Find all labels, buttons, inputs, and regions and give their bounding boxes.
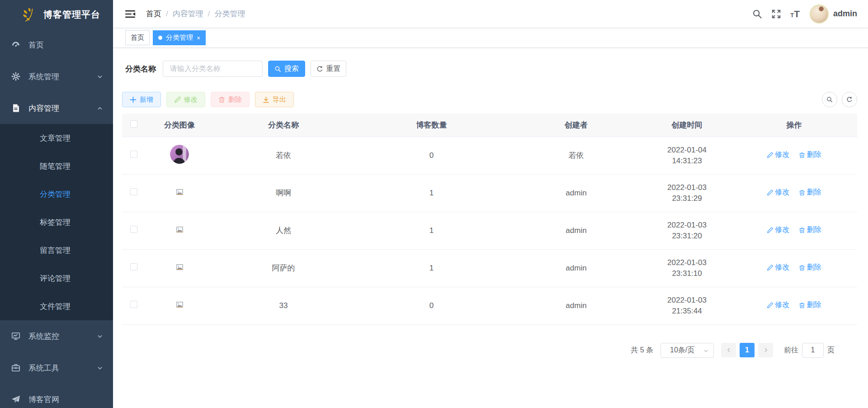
sidebar-item-label: 系统管理 (28, 71, 59, 82)
breadcrumb-home[interactable]: 首页 (146, 9, 161, 19)
sidebar-item-message-management[interactable]: 留言管理 (0, 236, 113, 264)
created-time: 21:35:44 (643, 306, 731, 317)
category-name: 人然 (213, 212, 354, 249)
page-unit-label: 页 (827, 346, 835, 355)
document-icon (11, 104, 20, 113)
column-header-image: 分类图像 (146, 114, 213, 137)
add-button-label: 新增 (140, 95, 153, 104)
column-header-actions: 操作 (731, 114, 857, 137)
sidebar-item-tag-management[interactable]: 标签管理 (0, 208, 113, 236)
search-form: 分类名称 搜索 重置 (122, 61, 857, 77)
sidebar-item-system-monitor[interactable]: 系统监控 (0, 320, 113, 352)
row-delete-link[interactable]: 删除 (799, 225, 821, 235)
sidebar-item-label: 系统监控 (28, 331, 59, 342)
row-edit-link[interactable]: 修改 (767, 225, 789, 235)
goto-page-input[interactable] (802, 343, 824, 358)
delete-link-label: 删除 (807, 263, 821, 272)
logo[interactable]: 博客管理平台 (0, 0, 113, 29)
sidebar-fold-icon[interactable] (124, 8, 136, 20)
gear-icon (11, 72, 20, 81)
created-date: 2022-01-04 (643, 145, 731, 156)
reset-button[interactable]: 重置 (311, 61, 346, 77)
sidebar-item-home[interactable]: 首页 (0, 29, 113, 61)
row-delete-link[interactable]: 删除 (799, 300, 821, 310)
sidebar-item-label: 评论管理 (40, 273, 71, 284)
select-all-checkbox[interactable] (130, 120, 137, 128)
sidebar-item-comment-management[interactable]: 评论管理 (0, 264, 113, 292)
sidebar-item-content-management[interactable]: 内容管理 (0, 92, 113, 124)
broken-image-icon (176, 301, 184, 308)
prev-page-button[interactable] (721, 343, 736, 357)
next-page-button[interactable] (758, 343, 773, 357)
trash-icon (799, 302, 805, 308)
trash-icon (799, 265, 805, 271)
page-number-1[interactable]: 1 (740, 343, 755, 357)
refresh-table-button[interactable] (842, 92, 857, 107)
edit-link-label: 修改 (775, 263, 789, 272)
close-icon[interactable]: × (197, 35, 200, 41)
search-icon[interactable] (752, 9, 762, 19)
sidebar-item-article-management[interactable]: 文章管理 (0, 124, 113, 152)
tag-category-management[interactable]: 分类管理 × (153, 30, 206, 45)
row-checkbox[interactable] (130, 226, 137, 233)
created-date: 2022-01-03 (643, 182, 731, 193)
creator: admin (509, 174, 643, 212)
user-avatar[interactable] (810, 5, 829, 24)
fullscreen-icon[interactable] (771, 9, 781, 19)
sidebar-item-label: 随笔管理 (40, 161, 71, 171)
tag-home[interactable]: 首页 (125, 30, 150, 45)
search-icon (274, 66, 281, 72)
username-label[interactable]: admin (833, 9, 857, 19)
created-time: 23:31:29 (643, 193, 731, 204)
delete-button[interactable]: 删除 (211, 92, 250, 107)
column-header-name: 分类名称 (213, 114, 354, 137)
edit-button[interactable]: 修改 (166, 92, 205, 107)
row-edit-link[interactable]: 修改 (767, 300, 789, 310)
row-checkbox[interactable] (130, 263, 137, 270)
sidebar-item-essay-management[interactable]: 随笔管理 (0, 152, 113, 180)
row-edit-link[interactable]: 修改 (767, 150, 789, 160)
dashboard-icon (11, 40, 20, 49)
column-header-created: 创建时间 (643, 114, 731, 137)
breadcrumb-category-management: 分类管理 (214, 9, 245, 19)
table-row: 若依 0 若依 2022-01-0414:31:23 修改 删除 (122, 137, 857, 174)
blog-count: 1 (354, 249, 509, 287)
created-time: 23:31:20 (643, 231, 731, 242)
search-button[interactable]: 搜索 (268, 61, 305, 77)
row-delete-link[interactable]: 删除 (799, 188, 821, 197)
row-checkbox[interactable] (130, 151, 137, 158)
wheat-logo-icon (20, 6, 37, 23)
table-row: 阿萨的 1 admin 2022-01-0323:31:10 修改 删除 (122, 249, 857, 287)
broken-image-icon (176, 263, 184, 271)
table-row: 人然 1 admin 2022-01-0323:31:20 修改 删除 (122, 212, 857, 249)
export-button-label: 导出 (273, 95, 286, 104)
row-checkbox[interactable] (130, 301, 137, 308)
creator: admin (509, 287, 643, 324)
sidebar-item-file-management[interactable]: 文件管理 (0, 292, 113, 320)
category-name-label: 分类名称 (125, 64, 156, 74)
app-root: 博客管理平台 首页 系统管理 (0, 0, 868, 408)
page-size-select[interactable]: 10条/页 (660, 343, 714, 358)
add-button[interactable]: 新增 (122, 92, 161, 107)
sidebar-item-system-tools[interactable]: 系统工具 (0, 352, 113, 384)
export-button[interactable]: 导出 (255, 92, 294, 107)
toggle-search-button[interactable] (822, 92, 837, 107)
breadcrumb-separator: / (208, 9, 210, 19)
sidebar-item-system-management[interactable]: 系统管理 (0, 61, 113, 92)
row-delete-link[interactable]: 删除 (799, 150, 821, 160)
category-name-input[interactable] (163, 61, 263, 77)
row-edit-link[interactable]: 修改 (767, 263, 789, 272)
row-checkbox[interactable] (130, 188, 137, 195)
font-size-icon[interactable]: TT (790, 9, 800, 19)
row-edit-link[interactable]: 修改 (767, 188, 789, 197)
category-name: 若依 (213, 137, 354, 174)
row-delete-link[interactable]: 删除 (799, 263, 821, 272)
edit-link-label: 修改 (775, 188, 789, 197)
sidebar-item-blog-site[interactable]: 博客官网 (0, 384, 113, 408)
main-area: 首页 / 内容管理 / 分类管理 TT admin 首页 (113, 0, 868, 408)
toolbox-icon (11, 363, 20, 372)
creator: admin (509, 212, 643, 249)
sidebar-item-category-management[interactable]: 分类管理 (0, 180, 113, 208)
category-table: 分类图像 分类名称 博客数量 创建者 创建时间 操作 (122, 114, 857, 325)
refresh-icon (316, 66, 323, 72)
